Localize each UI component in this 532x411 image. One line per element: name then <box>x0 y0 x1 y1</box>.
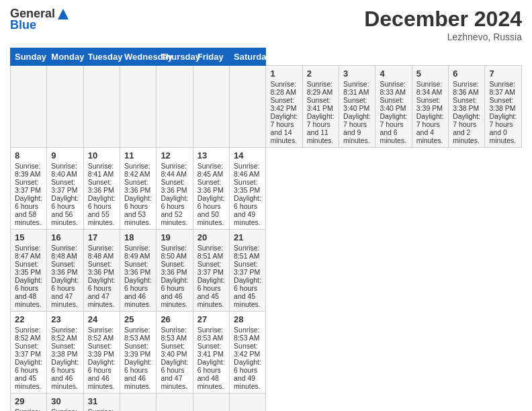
table-row: 31Sunrise: 8:53 AMSunset: 3:45 PMDayligh… <box>83 394 120 412</box>
daylight-text: Daylight: 6 hours and 47 minutes. <box>51 276 79 308</box>
col-sunday: Sunday <box>11 48 47 66</box>
daylight-text: Daylight: 7 hours and 11 minutes. <box>307 112 335 144</box>
table-row: 17Sunrise: 8:48 AMSunset: 3:36 PMDayligh… <box>83 230 120 312</box>
month-title: December 2024 <box>364 7 522 32</box>
sunrise-text: Sunrise: 8:53 AM <box>197 326 224 342</box>
sunset-text: Sunset: 3:38 PM <box>51 342 77 358</box>
table-row: 18Sunrise: 8:49 AMSunset: 3:36 PMDayligh… <box>120 230 157 312</box>
day-number: 29 <box>15 396 42 406</box>
table-row <box>83 66 120 148</box>
header-row: Sunday Monday Tuesday Wednesday Thursday… <box>11 48 522 66</box>
table-row: 13Sunrise: 8:45 AMSunset: 3:36 PMDayligh… <box>193 148 229 230</box>
sunrise-text: Sunrise: 8:37 AM <box>489 80 515 96</box>
sunset-text: Sunset: 3:40 PM <box>380 96 406 112</box>
sunrise-text: Sunrise: 8:39 AM <box>15 162 41 178</box>
sunrise-text: Sunrise: 8:51 AM <box>197 244 224 260</box>
calendar-header: General Blue December 2024 Lezhnevo, Rus… <box>10 7 522 42</box>
daylight-text: Daylight: 6 hours and 46 minutes. <box>51 358 79 390</box>
table-row: 27Sunrise: 8:53 AMSunset: 3:41 PMDayligh… <box>193 312 229 394</box>
calendar-container: General Blue December 2024 Lezhnevo, Rus… <box>0 0 532 411</box>
col-friday: Friday <box>193 48 229 66</box>
day-number: 23 <box>51 314 79 324</box>
day-number: 18 <box>124 232 152 242</box>
table-row: 8Sunrise: 8:39 AMSunset: 3:37 PMDaylight… <box>11 148 47 230</box>
day-number: 3 <box>343 68 371 79</box>
table-row <box>193 66 229 148</box>
sunset-text: Sunset: 3:37 PM <box>197 260 224 276</box>
day-number: 21 <box>234 232 261 242</box>
svg-marker-0 <box>58 9 69 19</box>
sunset-text: Sunset: 3:36 PM <box>197 178 224 194</box>
table-row: 6Sunrise: 8:36 AMSunset: 3:38 PMDaylight… <box>449 66 485 148</box>
day-number: 30 <box>51 396 79 406</box>
daylight-text: Daylight: 7 hours and 6 minutes. <box>380 112 407 144</box>
sunset-text: Sunset: 3:41 PM <box>197 342 224 358</box>
calendar-week-row: 8Sunrise: 8:39 AMSunset: 3:37 PMDaylight… <box>11 148 522 230</box>
sunset-text: Sunset: 3:39 PM <box>88 342 114 358</box>
day-number: 10 <box>88 150 116 161</box>
table-row: 20Sunrise: 8:51 AMSunset: 3:37 PMDayligh… <box>193 230 229 312</box>
sunset-text: Sunset: 3:39 PM <box>124 342 150 358</box>
sunrise-text: Sunrise: 8:29 AM <box>307 80 333 96</box>
table-row: 24Sunrise: 8:52 AMSunset: 3:39 PMDayligh… <box>83 312 120 394</box>
day-number: 14 <box>234 150 261 161</box>
daylight-text: Daylight: 6 hours and 46 minutes. <box>88 358 116 390</box>
table-row: 11Sunrise: 8:42 AMSunset: 3:36 PMDayligh… <box>120 148 157 230</box>
sunset-text: Sunset: 3:41 PM <box>307 96 333 112</box>
calendar-week-row: 22Sunrise: 8:52 AMSunset: 3:37 PMDayligh… <box>11 312 522 394</box>
table-row: 2Sunrise: 8:29 AMSunset: 3:41 PMDaylight… <box>302 66 339 148</box>
day-number: 11 <box>124 150 152 161</box>
sunset-text: Sunset: 3:37 PM <box>51 178 77 194</box>
table-row: 4Sunrise: 8:33 AMSunset: 3:40 PMDaylight… <box>375 66 412 148</box>
sunrise-text: Sunrise: 8:50 AM <box>161 244 187 260</box>
day-number: 26 <box>161 314 188 324</box>
day-number: 4 <box>380 68 407 79</box>
sunset-text: Sunset: 3:36 PM <box>88 178 114 194</box>
table-row: 7Sunrise: 8:37 AMSunset: 3:38 PMDaylight… <box>485 66 522 148</box>
sunrise-text: Sunrise: 8:45 AM <box>197 162 224 178</box>
table-row: 16Sunrise: 8:48 AMSunset: 3:36 PMDayligh… <box>47 230 83 312</box>
sunset-text: Sunset: 3:40 PM <box>161 342 187 358</box>
calendar-week-row: 1Sunrise: 8:28 AMSunset: 3:42 PMDaylight… <box>11 66 522 148</box>
sunrise-text: Sunrise: 8:28 AM <box>270 80 296 96</box>
day-number: 27 <box>197 314 225 324</box>
col-saturday: Saturday <box>230 48 266 66</box>
table-row <box>120 66 157 148</box>
table-row <box>120 394 157 412</box>
day-number: 22 <box>15 314 42 324</box>
sunrise-text: Sunrise: 8:46 AM <box>234 162 260 178</box>
logo-icon <box>56 7 70 21</box>
sunset-text: Sunset: 3:42 PM <box>270 96 296 112</box>
sunset-text: Sunset: 3:37 PM <box>15 178 41 194</box>
sunset-text: Sunset: 3:36 PM <box>88 260 114 276</box>
day-number: 8 <box>15 150 42 161</box>
daylight-text: Daylight: 6 hours and 46 minutes. <box>124 276 152 308</box>
daylight-text: Daylight: 6 hours and 47 minutes. <box>161 358 188 390</box>
calendar-table: Sunday Monday Tuesday Wednesday Thursday… <box>10 48 522 411</box>
day-number: 1 <box>270 68 298 79</box>
sunset-text: Sunset: 3:35 PM <box>15 260 41 276</box>
table-row: 21Sunrise: 8:51 AMSunset: 3:37 PMDayligh… <box>230 230 266 312</box>
daylight-text: Daylight: 6 hours and 48 minutes. <box>197 358 225 390</box>
col-monday: Monday <box>47 48 83 66</box>
sunrise-text: Sunrise: 8:47 AM <box>15 244 41 260</box>
table-row: 15Sunrise: 8:47 AMSunset: 3:35 PMDayligh… <box>11 230 47 312</box>
day-number: 17 <box>88 232 116 242</box>
table-row: 25Sunrise: 8:53 AMSunset: 3:39 PMDayligh… <box>120 312 157 394</box>
sunset-text: Sunset: 3:40 PM <box>343 96 369 112</box>
sunrise-text: Sunrise: 8:52 AM <box>88 326 114 342</box>
daylight-text: Daylight: 6 hours and 46 minutes. <box>124 358 152 390</box>
daylight-text: Daylight: 7 hours and 9 minutes. <box>343 112 371 144</box>
day-number: 12 <box>161 150 188 161</box>
day-number: 20 <box>197 232 225 242</box>
table-row: 30Sunrise: 8:53 AMSunset: 3:44 PMDayligh… <box>47 394 83 412</box>
day-number: 13 <box>197 150 225 161</box>
daylight-text: Daylight: 6 hours and 58 minutes. <box>15 194 42 226</box>
col-wednesday: Wednesday <box>120 48 157 66</box>
sunrise-text: Sunrise: 8:53 AM <box>15 408 41 411</box>
sunrise-text: Sunrise: 8:52 AM <box>51 326 77 342</box>
table-row: 28Sunrise: 8:53 AMSunset: 3:42 PMDayligh… <box>230 312 266 394</box>
sunrise-text: Sunrise: 8:42 AM <box>124 162 150 178</box>
logo-blue-text: Blue <box>10 18 36 32</box>
daylight-text: Daylight: 6 hours and 52 minutes. <box>161 194 188 226</box>
